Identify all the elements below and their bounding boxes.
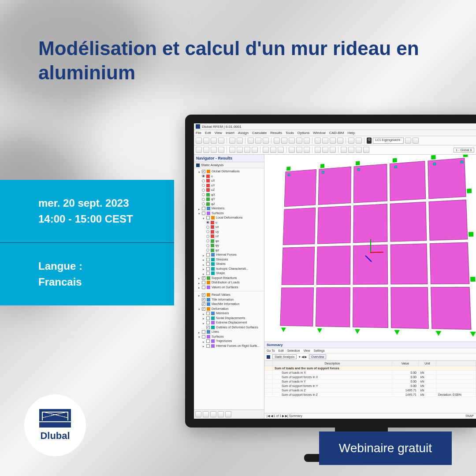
tb-ortho-icon[interactable] — [304, 147, 310, 153]
tree-lphix[interactable]: φx — [216, 239, 219, 244]
tb-undo-icon[interactable] — [229, 138, 235, 144]
checkbox-icon[interactable] — [206, 216, 210, 219]
checkbox-icon[interactable] — [206, 326, 210, 329]
tb-supports-icon[interactable] — [330, 138, 336, 144]
checkbox-icon[interactable] — [206, 267, 210, 271]
tb-measure-icon[interactable] — [315, 147, 321, 153]
checkbox-icon[interactable] — [202, 207, 205, 210]
tree-members[interactable]: Members — [212, 206, 224, 211]
tree-maxmin[interactable]: Max/Min Information — [212, 302, 239, 307]
tree-luy[interactable]: uy — [216, 230, 219, 234]
tb-loadcase-icon[interactable] — [322, 138, 328, 144]
tb-cut-icon[interactable] — [248, 138, 254, 144]
radio-icon[interactable] — [206, 235, 209, 238]
tree-luz[interactable]: uz — [216, 234, 219, 239]
tree-extreme[interactable]: Extreme Displacement — [216, 320, 247, 325]
tb-solid-icon[interactable] — [304, 138, 310, 144]
tree-titleinfo[interactable]: Title Information — [212, 298, 234, 302]
tb-node-icon[interactable] — [274, 138, 280, 144]
tb-select-icon[interactable] — [196, 147, 202, 153]
tb-load-icon[interactable] — [315, 138, 321, 144]
tb-section-icon[interactable] — [322, 147, 328, 153]
checkbox-icon[interactable] — [206, 312, 210, 315]
tb-surface-icon[interactable] — [296, 138, 302, 144]
tb-copy-icon[interactable] — [255, 138, 261, 144]
tb-next-icon[interactable] — [413, 138, 419, 144]
radio-icon[interactable] — [202, 175, 205, 178]
nav-tab-icon[interactable] — [203, 411, 209, 417]
tb-rotate-icon[interactable] — [211, 147, 217, 153]
checkbox-icon[interactable] — [206, 253, 210, 257]
radio-icon[interactable] — [206, 249, 209, 252]
cta-webinar-gratuit[interactable]: Webinaire gratuit — [319, 431, 452, 465]
tb-display-icon[interactable] — [263, 147, 269, 153]
tree-strains[interactable]: Strains — [216, 262, 226, 267]
menu-view[interactable]: View — [215, 131, 222, 135]
checkbox-icon[interactable] — [206, 344, 210, 348]
snap-indicator[interactable]: SNAP — [465, 414, 474, 418]
tb-mesh-icon[interactable] — [337, 138, 343, 144]
radio-icon[interactable] — [206, 239, 209, 242]
app-menubar[interactable]: File Edit View Insert Assign Calculate R… — [194, 130, 476, 136]
loadcase-combo[interactable]: LC1 Eigengewicht — [373, 138, 404, 144]
checkbox-icon[interactable] — [202, 212, 205, 215]
tree-phix[interactable]: φX — [211, 193, 215, 197]
radio-icon[interactable] — [202, 189, 205, 192]
tree-rigid[interactable]: Internal Forces on Rigid Surfa... — [216, 344, 260, 349]
tb-grid-icon[interactable] — [296, 147, 302, 153]
tree-surfaces[interactable]: Surfaces — [212, 211, 224, 216]
summary-menu-goto[interactable]: Go To — [267, 349, 275, 352]
menu-options[interactable]: Options — [298, 131, 310, 135]
tb-print-icon[interactable] — [218, 138, 224, 144]
nav-tab-icon[interactable] — [218, 411, 224, 417]
tree-global-deformations[interactable]: Global Deformations — [212, 169, 240, 174]
tree-vals[interactable]: Values on Surfaces — [212, 285, 238, 290]
tree-lux[interactable]: ux — [216, 225, 219, 230]
tb-view2-icon[interactable] — [237, 147, 243, 153]
menu-cadbim[interactable]: CAD-BIM — [329, 131, 344, 135]
tree-nodal[interactable]: Nodal Displacements — [216, 316, 245, 321]
nav-tab-icon[interactable] — [225, 411, 231, 417]
tree-support[interactable]: Support Reactions — [212, 276, 237, 281]
tb-move-icon[interactable] — [203, 147, 209, 153]
nav-tab-icon[interactable] — [210, 411, 216, 417]
menu-results[interactable]: Results — [270, 131, 282, 135]
tree-lphiz[interactable]: φz — [216, 248, 219, 253]
summary-menu-selection[interactable]: Selection — [287, 349, 300, 352]
tb-line-icon[interactable] — [281, 138, 287, 144]
checkbox-icon[interactable] — [206, 262, 210, 266]
radio-icon[interactable] — [202, 202, 205, 205]
tb-save-icon[interactable] — [211, 138, 217, 144]
tb-render-icon[interactable] — [270, 147, 276, 153]
menu-window[interactable]: Window — [313, 131, 325, 135]
tb-clip-icon[interactable] — [330, 147, 336, 153]
tree-iso[interactable]: Isotropic Characteristi... — [216, 267, 249, 271]
summary-menu-edit[interactable]: Edit — [279, 349, 284, 352]
checkbox-icon[interactable] — [206, 316, 210, 320]
menu-tools[interactable]: Tools — [286, 131, 294, 135]
tree-intforces[interactable]: Internal Forces — [216, 253, 237, 257]
menu-help[interactable]: Help — [347, 131, 354, 135]
menu-edit[interactable]: Edit — [205, 131, 211, 135]
tb-view3-icon[interactable] — [244, 147, 250, 153]
radio-icon[interactable] — [206, 230, 209, 233]
checkbox-icon[interactable] — [202, 335, 205, 338]
navigator-subheader[interactable]: Static Analysis — [194, 162, 264, 168]
checkbox-icon[interactable] — [202, 330, 205, 334]
tree-local-def[interactable]: Local Deformations — [216, 216, 242, 220]
tree-shape[interactable]: Shape — [216, 271, 225, 276]
tb-prev-icon[interactable] — [405, 138, 411, 144]
tb-view4-icon[interactable] — [252, 147, 258, 153]
tb-values-icon[interactable] — [356, 147, 362, 153]
tree-dist[interactable]: Distribution of Loads — [212, 280, 240, 285]
overview-button[interactable]: Overview — [309, 354, 326, 359]
toolbar-1[interactable]: G LC1 Eigengewicht — [194, 136, 476, 145]
tb-legend-icon[interactable] — [348, 147, 354, 153]
tb-member-icon[interactable] — [289, 138, 295, 144]
radio-icon[interactable] — [206, 244, 209, 247]
radio-icon[interactable] — [202, 184, 205, 187]
tree-phiz[interactable]: φZ — [211, 202, 215, 207]
tb-zoom-icon[interactable] — [218, 147, 224, 153]
tree-stresses[interactable]: Stresses — [216, 257, 228, 262]
summary-menu-settings[interactable]: Settings — [313, 349, 324, 352]
